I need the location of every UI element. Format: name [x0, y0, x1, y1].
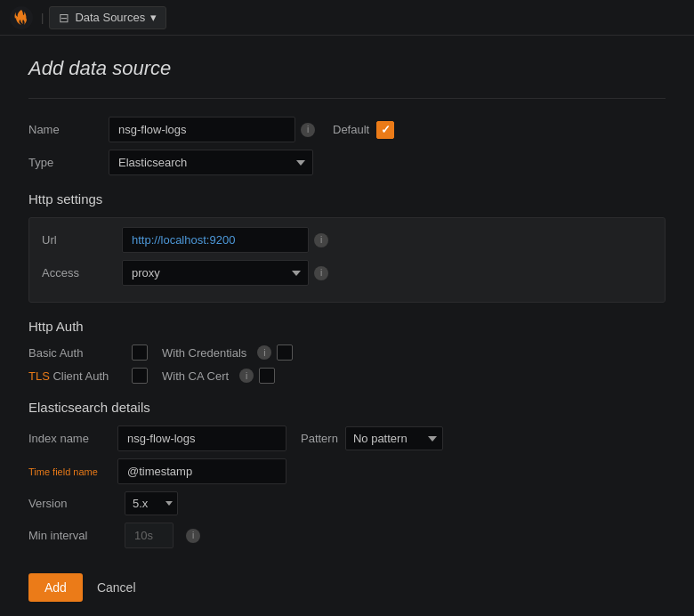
access-label: Access [42, 266, 122, 280]
version-row: Version 5.x 2.x 1.x [28, 491, 666, 515]
url-info-icon: i [314, 233, 328, 247]
tls-client-auth-label: TLS Client Auth [28, 369, 117, 383]
database-icon: ⊟ [59, 11, 69, 25]
time-field-row: Time field name [28, 458, 666, 484]
tls-prefix: TLS [28, 369, 50, 383]
time-field-prefix: Time field name [28, 466, 117, 477]
name-info-icon: i [301, 123, 315, 137]
default-label: Default [333, 123, 369, 136]
url-input-group: i [122, 227, 328, 253]
access-row: Access proxy direct i [42, 260, 652, 286]
min-interval-info-icon: i [186, 529, 200, 543]
grafana-logo[interactable] [7, 4, 36, 32]
version-label: Version [28, 497, 117, 510]
datasources-nav-label: Data Sources [75, 11, 145, 24]
time-field-label-group: Time field name [28, 466, 117, 477]
nav-divider: | [41, 11, 44, 24]
http-settings-box: Url i Access proxy direct i [28, 217, 666, 303]
min-interval-input[interactable] [125, 523, 174, 548]
cancel-button[interactable]: Cancel [93, 573, 140, 602]
with-ca-cert-group: With CA Cert i [162, 368, 275, 384]
url-row: Url i [42, 227, 652, 253]
datasources-nav-button[interactable]: ⊟ Data Sources ▾ [49, 6, 166, 29]
default-row: Default [333, 121, 394, 139]
type-row: Type Elasticsearch Graphite InfluxDB MyS… [28, 150, 666, 175]
http-auth-header: Http Auth [28, 319, 666, 334]
with-ca-cert-info-icon: i [239, 369, 254, 383]
add-button[interactable]: Add [28, 573, 83, 602]
name-row: Name i Default [28, 117, 666, 142]
with-credentials-checkbox[interactable] [277, 344, 293, 361]
datasources-dropdown-icon: ▾ [150, 11, 157, 24]
url-input[interactable] [122, 227, 309, 253]
basic-auth-checkbox[interactable] [132, 344, 148, 361]
section-divider [28, 98, 666, 99]
with-credentials-group: With Credentials i [162, 344, 293, 361]
with-ca-cert-checkbox[interactable] [259, 368, 275, 384]
with-credentials-label: With Credentials [162, 346, 246, 360]
top-nav: | ⊟ Data Sources ▾ [0, 0, 694, 36]
url-label: Url [42, 233, 122, 247]
elasticsearch-header: Elasticsearch details [28, 400, 666, 415]
with-credentials-info-icon: i [257, 345, 271, 360]
basic-auth-row: Basic Auth With Credentials i [28, 344, 666, 361]
min-interval-row: Min interval i [28, 523, 666, 548]
with-ca-cert-label: With CA Cert [162, 369, 229, 383]
type-select[interactable]: Elasticsearch Graphite InfluxDB MySQL Op… [109, 150, 313, 175]
pattern-select[interactable]: No pattern Daily Weekly Monthly [345, 426, 443, 450]
access-select[interactable]: proxy direct [122, 260, 309, 286]
tls-suffix: Client Auth [50, 369, 109, 383]
default-checkbox[interactable] [376, 121, 394, 139]
buttons-row: Add Cancel [28, 573, 666, 602]
main-content: Add data source Name i Default Type Elas… [0, 36, 694, 616]
min-interval-label: Min interval [28, 529, 117, 542]
basic-auth-label: Basic Auth [28, 346, 117, 360]
http-settings-header: Http settings [28, 191, 666, 207]
page-title: Add data source [28, 57, 666, 80]
index-name-row: Index name Pattern No pattern Daily Week… [28, 426, 666, 451]
index-name-label: Index name [28, 432, 117, 445]
tls-client-auth-checkbox[interactable] [132, 368, 148, 384]
time-field-input[interactable] [117, 458, 286, 484]
pattern-label: Pattern [301, 432, 338, 445]
version-select[interactable]: 5.x 2.x 1.x [125, 491, 178, 515]
index-name-input[interactable] [117, 426, 286, 451]
tls-auth-row: TLS Client Auth With CA Cert i [28, 368, 666, 384]
name-label: Name [28, 123, 109, 136]
name-input[interactable] [109, 117, 295, 142]
access-info-icon: i [314, 266, 328, 280]
type-label: Type [28, 156, 109, 169]
